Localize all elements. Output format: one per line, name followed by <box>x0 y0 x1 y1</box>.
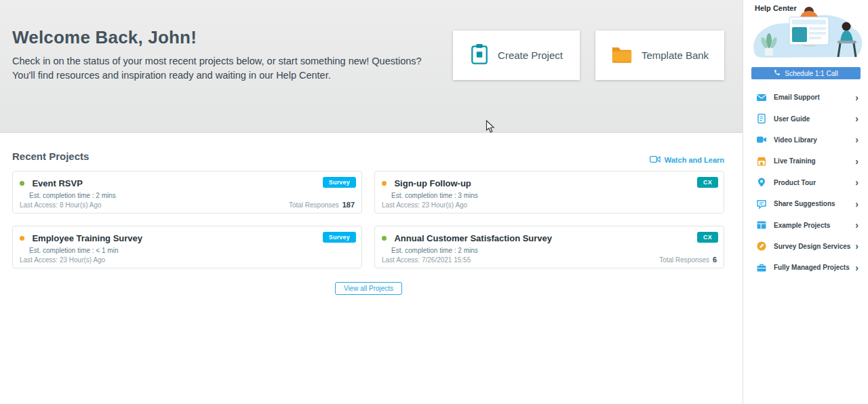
help-item-product-tour[interactable]: Product Tour › <box>743 172 868 193</box>
help-item-label: Email Support <box>774 94 855 101</box>
project-type-badge: Survey <box>323 232 356 243</box>
folder-icon <box>611 45 633 66</box>
help-items-list: Email Support › User Guide › Video Libra… <box>743 87 868 279</box>
view-all-projects-button[interactable]: View all Projects <box>335 282 402 295</box>
project-card[interactable]: Event RSVP Est. completion time : 2 mins… <box>12 171 362 214</box>
help-item-label: Video Library <box>774 136 855 144</box>
status-dot <box>20 181 24 186</box>
help-item-share-suggestions[interactable]: Share Suggestions › <box>743 193 868 214</box>
help-item-label: User Guide <box>774 115 855 123</box>
help-item-video-library[interactable]: Video Library › <box>743 129 868 150</box>
last-access: Last Access: 8 Hour(s) Ago <box>20 201 102 209</box>
page-title: Welcome Back, John! <box>12 27 197 48</box>
chevron-right-icon: › <box>855 241 859 251</box>
watch-and-learn-label: Watch and Learn <box>665 156 724 164</box>
help-item-label: Example Projects <box>774 222 855 229</box>
help-item-example-projects[interactable]: Example Projects › <box>743 214 868 235</box>
help-item-fully-managed-projects[interactable]: Fully Managed Projects › <box>743 257 868 278</box>
mouse-cursor <box>486 120 495 134</box>
chat-bubble-icon <box>756 199 767 209</box>
welcome-banner: Welcome Back, John! Check in on the stat… <box>0 0 743 133</box>
watch-and-learn-link[interactable]: Watch and Learn <box>650 154 724 166</box>
chevron-right-icon: › <box>855 220 859 230</box>
help-item-label: Live Training <box>774 157 855 165</box>
project-title: Event RSVP <box>32 178 82 188</box>
chevron-right-icon: › <box>855 114 859 123</box>
last-access: Last Access: 23 Hour(s) Ago <box>20 256 105 264</box>
last-access: Last Access: 7/26/2021 15:55 <box>382 256 471 264</box>
chevron-right-icon: › <box>855 263 859 272</box>
user-guide-icon <box>756 113 767 124</box>
project-card[interactable]: Annual Customer Satisfaction Survey Est.… <box>374 226 724 268</box>
project-title: Sign-up Follow-up <box>394 178 471 188</box>
total-responses: Total Responses 187 <box>289 201 355 209</box>
example-projects-icon <box>756 220 767 230</box>
chevron-right-icon: › <box>855 199 859 209</box>
project-title: Employee Training Survey <box>32 233 142 243</box>
chevron-right-icon: › <box>855 178 859 187</box>
project-type-badge: CX <box>697 232 718 243</box>
help-item-label: Fully Managed Projects <box>774 264 855 271</box>
help-item-label: Survey Design Services <box>774 243 855 250</box>
project-est-time: Est. completion time : 2 mins <box>29 192 355 199</box>
project-type-badge: CX <box>697 177 718 188</box>
help-item-survey-design-services[interactable]: Survey Design Services › <box>743 236 868 257</box>
help-item-email-support[interactable]: Email Support › <box>743 87 868 108</box>
project-est-time: Est. completion time : 3 mins <box>391 192 717 199</box>
total-responses-value: 187 <box>342 201 355 209</box>
help-center-sidebar: Help Center Sche <box>743 0 868 404</box>
help-item-live-training[interactable]: Live Training › <box>743 150 868 171</box>
schedule-call-button[interactable]: Schedule 1:1 Call <box>751 67 861 79</box>
project-card[interactable]: Sign-up Follow-up Est. completion time :… <box>374 171 724 214</box>
project-type-badge: Survey <box>323 177 356 188</box>
video-camera-icon <box>756 134 767 145</box>
main-content: Welcome Back, John! Check in on the stat… <box>0 0 743 404</box>
template-bank-label: Template Bank <box>642 49 709 61</box>
live-training-icon <box>756 156 767 167</box>
status-dot <box>382 181 387 186</box>
welcome-subtitle: Check in on the status of your most rece… <box>12 54 431 83</box>
briefcase-icon <box>756 262 767 273</box>
project-est-time: Est. completion time : < 1 min <box>29 247 355 254</box>
email-icon <box>756 92 767 103</box>
create-project-label: Create Project <box>498 49 563 61</box>
project-card[interactable]: Employee Training Survey Est. completion… <box>12 226 362 268</box>
clipboard-icon <box>470 43 489 68</box>
map-pin-icon <box>756 177 767 188</box>
help-item-user-guide[interactable]: User Guide › <box>743 108 868 129</box>
schedule-call-label: Schedule 1:1 Call <box>785 70 837 77</box>
chevron-right-icon: › <box>855 157 859 166</box>
chevron-right-icon: › <box>855 93 859 102</box>
last-access: Last Access: 23 Hour(s) Ago <box>382 201 467 209</box>
recent-projects-title: Recent Projects <box>12 150 89 162</box>
video-camera-icon <box>650 154 660 166</box>
status-dot <box>20 236 24 241</box>
total-responses: Total Responses 6 <box>659 256 717 264</box>
total-responses-value: 6 <box>713 256 717 264</box>
project-cards: Event RSVP Est. completion time : 2 mins… <box>12 171 724 268</box>
project-est-time: Est. completion time : 2 mins <box>391 247 717 254</box>
project-title: Annual Customer Satisfaction Survey <box>394 233 552 243</box>
template-bank-button[interactable]: Template Bank <box>595 31 724 80</box>
help-item-label: Product Tour <box>774 179 855 186</box>
create-project-button[interactable]: Create Project <box>453 31 580 80</box>
total-responses-label: Total Responses <box>289 201 341 209</box>
chevron-right-icon: › <box>855 135 859 144</box>
help-center-title: Help Center <box>755 4 797 12</box>
help-item-label: Share Suggestions <box>774 200 855 207</box>
phone-icon <box>774 69 781 77</box>
total-responses-label: Total Responses <box>659 256 711 264</box>
status-dot <box>382 236 387 241</box>
design-pen-icon <box>756 241 767 251</box>
